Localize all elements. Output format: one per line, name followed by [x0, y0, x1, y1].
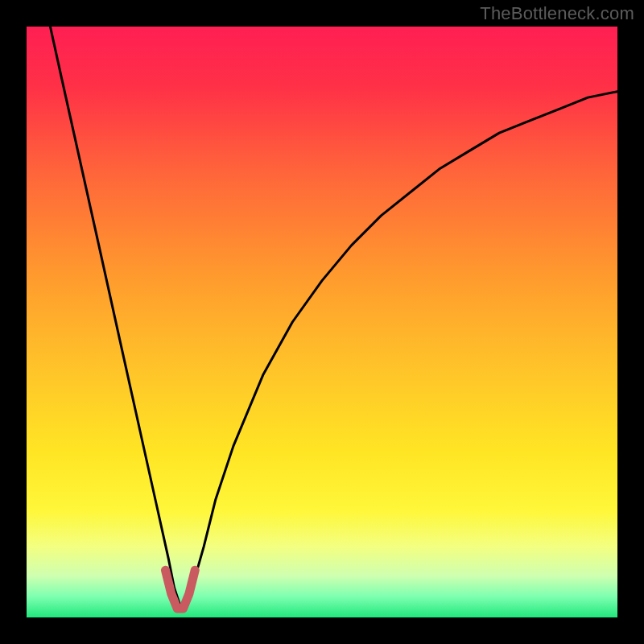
bottleneck-curve — [50, 27, 617, 605]
curve-layer — [27, 27, 617, 617]
watermark-text: TheBottleneck.com — [480, 3, 634, 24]
chart-frame: TheBottleneck.com — [0, 0, 644, 644]
plot-area — [27, 27, 617, 617]
